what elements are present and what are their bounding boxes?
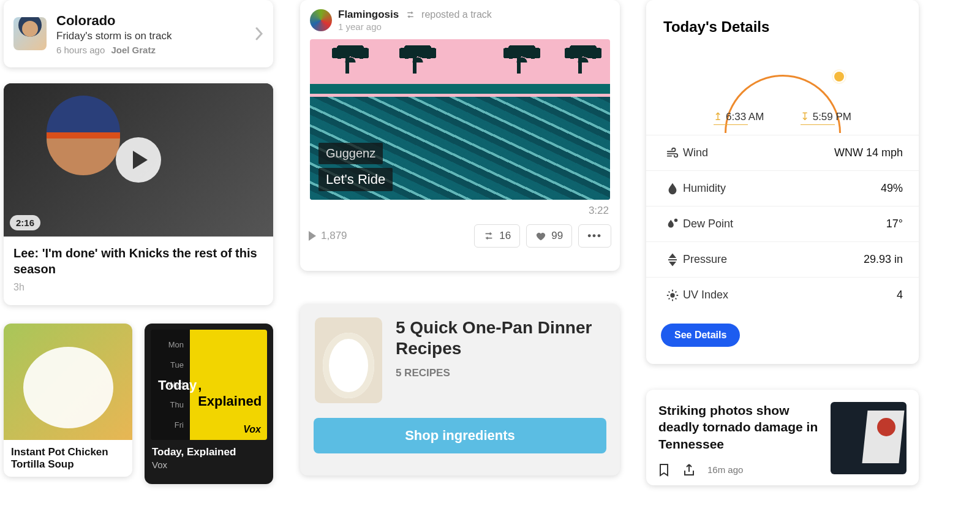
track-plays: 1,879 bbox=[309, 230, 347, 242]
weather-row-dewpoint: Dew Point 17° bbox=[646, 206, 919, 241]
dewpoint-icon bbox=[662, 218, 683, 231]
colorado-card[interactable]: Colorado Friday's storm is on track 6 ho… bbox=[4, 0, 273, 67]
podcast-logo-today: Today bbox=[156, 377, 197, 393]
weather-details-card: Today's Details 6:33 AM 5:59 PM Wind WNW… bbox=[646, 0, 919, 364]
podcast-source: Vox bbox=[152, 460, 266, 470]
pressure-icon bbox=[662, 253, 683, 267]
sunrise-time: 6:33 AM bbox=[714, 110, 764, 125]
share-icon[interactable] bbox=[683, 463, 695, 477]
humidity-icon bbox=[662, 182, 683, 195]
vox-logo: Vox bbox=[243, 424, 261, 435]
sunset-time: 5:59 PM bbox=[801, 110, 851, 125]
video-headline: Lee: 'I'm done' with Knicks the rest of … bbox=[13, 245, 263, 277]
colorado-subtitle: Friday's storm is on track bbox=[56, 30, 255, 42]
colorado-author: Joel Gratz bbox=[111, 45, 156, 55]
track-action: reposted a track bbox=[421, 9, 492, 20]
track-title: Let's Ride bbox=[318, 168, 393, 191]
weather-row-humidity: Humidity 49% bbox=[646, 170, 919, 206]
colorado-time: 6 hours ago bbox=[56, 45, 105, 55]
tornado-image bbox=[831, 402, 907, 474]
track-when: 1 year ago bbox=[338, 21, 492, 32]
tornado-headline: Striking photos show deadly tornado dama… bbox=[658, 402, 821, 452]
video-duration: 2:16 bbox=[10, 215, 40, 230]
repost-icon bbox=[405, 9, 418, 20]
tornado-article-card[interactable]: Striking photos show deadly tornado dama… bbox=[646, 390, 919, 485]
bookmark-icon[interactable] bbox=[658, 463, 671, 477]
weather-row-wind: Wind WNW 14 mph bbox=[646, 135, 919, 170]
track-artist: Guggenz bbox=[318, 143, 383, 164]
recipe-soup-image bbox=[4, 324, 132, 440]
recipes-card: 5 Quick One-Pan Dinner Recipes 5 RECIPES… bbox=[300, 304, 620, 475]
tornado-time: 16m ago bbox=[707, 464, 743, 475]
repost-button[interactable]: 16 bbox=[474, 224, 520, 248]
podcast-title: Today, Explained bbox=[152, 446, 266, 458]
track-user[interactable]: Flamingosis bbox=[338, 9, 399, 20]
play-count-icon bbox=[309, 231, 316, 241]
video-thumbnail[interactable]: 2:16 bbox=[4, 83, 273, 237]
video-time: 3h bbox=[13, 282, 263, 293]
weather-row-uvindex: UV Index 4 bbox=[646, 277, 919, 313]
video-card[interactable]: 2:16 Lee: 'I'm done' with Knicks the res… bbox=[4, 83, 273, 305]
recipes-title: 5 Quick One-Pan Dinner Recipes bbox=[396, 317, 605, 358]
weather-row-pressure: Pressure 29.93 in bbox=[646, 241, 919, 277]
user-avatar[interactable] bbox=[310, 9, 332, 31]
colorado-meta: 6 hours ago Joel Gratz bbox=[56, 45, 255, 55]
recipes-image bbox=[315, 317, 382, 403]
see-details-button[interactable]: See Details bbox=[661, 324, 740, 347]
play-icon[interactable] bbox=[116, 137, 161, 183]
like-button[interactable]: 99 bbox=[526, 224, 572, 248]
uv-icon bbox=[662, 289, 683, 302]
more-button[interactable]: ••• bbox=[578, 224, 611, 248]
author-avatar bbox=[13, 17, 47, 50]
recipe-soup-title: Instant Pot Chicken Tortilla Soup bbox=[4, 440, 132, 477]
track-card: Flamingosis reposted a track 1 year ago … bbox=[300, 0, 620, 271]
svg-point-0 bbox=[674, 218, 678, 222]
weather-title: Today's Details bbox=[646, 0, 919, 39]
colorado-title: Colorado bbox=[56, 13, 255, 29]
recipe-soup-card[interactable]: Instant Pot Chicken Tortilla Soup bbox=[4, 324, 132, 477]
sun-arc: 6:33 AM 5:59 PM bbox=[646, 39, 919, 125]
recipes-count: 5 RECIPES bbox=[396, 367, 605, 379]
podcast-cover: Mon Tue Wed Thu Fri Today , Explained Vo… bbox=[151, 330, 267, 440]
chevron-right-icon bbox=[255, 27, 263, 40]
track-duration: 3:22 bbox=[300, 201, 620, 221]
podcast-card[interactable]: Mon Tue Wed Thu Fri Today , Explained Vo… bbox=[145, 324, 273, 484]
wind-icon bbox=[662, 146, 683, 160]
track-cover[interactable]: Guggenz Let's Ride bbox=[310, 39, 610, 200]
podcast-logo-explained: , Explained bbox=[197, 377, 262, 409]
svg-point-1 bbox=[670, 293, 674, 297]
shop-ingredients-button[interactable]: Shop ingredients bbox=[314, 418, 606, 453]
